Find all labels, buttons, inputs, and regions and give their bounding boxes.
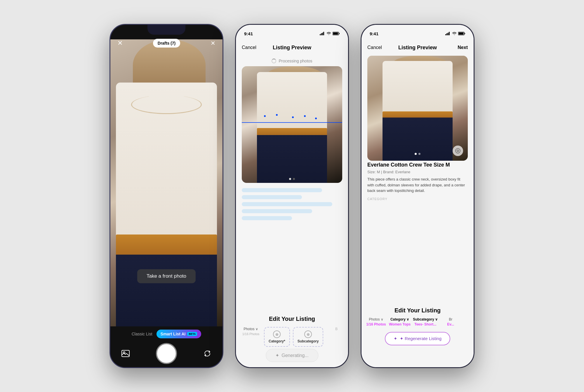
- photo-person-2: [242, 66, 342, 183]
- signal-icon-3: [445, 32, 451, 35]
- mode-toggle: Classic List Smart List AI BETA: [132, 330, 201, 338]
- flash-button[interactable]: ✕: [211, 40, 215, 47]
- subcategory-label-3: Subcategory ∨: [413, 317, 438, 321]
- photo3-dot-2: [418, 153, 420, 155]
- photo-dot-1: [289, 178, 291, 180]
- scan-line: [242, 122, 342, 123]
- sparkle-icon: ✦: [275, 353, 279, 358]
- phone2-screen: 9:41: [236, 25, 348, 367]
- category-tab[interactable]: ⊕ Category*: [264, 327, 290, 347]
- phone2-notch: [273, 25, 311, 35]
- svg-rect-10: [446, 33, 447, 35]
- load-block-4: [242, 209, 312, 213]
- phone-2: 9:41: [235, 24, 349, 368]
- phone3-status-icons: [445, 32, 465, 35]
- drafts-button[interactable]: Drafts (7): [153, 39, 180, 48]
- flip-camera-button[interactable]: [203, 350, 211, 357]
- edit-tabs-3: Photos ∨ 1/16 Photos Category ∨ Women To…: [361, 317, 474, 326]
- subcategory-icon: ⊕: [304, 330, 312, 338]
- svg-rect-8: [333, 33, 338, 35]
- phone3-screen: 9:41: [361, 25, 474, 367]
- classic-mode-label[interactable]: Classic List: [132, 332, 152, 336]
- listing-meta: Size: M | Brand: Everlane: [367, 170, 468, 174]
- photo3-dot-1: [415, 153, 417, 155]
- p2-shirt: [257, 72, 327, 130]
- cancel-button-3[interactable]: Cancel: [367, 45, 382, 50]
- svg-rect-7: [339, 33, 340, 34]
- photo3-dots: [415, 153, 420, 155]
- svg-rect-4: [322, 33, 323, 35]
- category-sub-3: Women Tops: [389, 322, 411, 326]
- camera-viewfinder: Take a front photo: [110, 39, 223, 326]
- photos-tab-sub: 1/16 Photos: [242, 332, 260, 336]
- generating-button: ✦ Generating...: [266, 349, 318, 362]
- processing-indicator: Processing photos: [236, 56, 348, 66]
- spinner-icon: [272, 59, 276, 63]
- load-block-1: [242, 188, 322, 192]
- photos-tab-label: Photos ∨: [244, 327, 258, 331]
- listing-title: Everlane Cotton Crew Tee Size M: [367, 162, 468, 168]
- battery-icon: [333, 32, 340, 35]
- next-button[interactable]: Next: [458, 45, 468, 50]
- load-block-2: [242, 195, 302, 199]
- photo-person-3: [367, 56, 468, 161]
- svg-rect-15: [459, 33, 464, 35]
- person-belt: [116, 235, 217, 258]
- shutter-button[interactable]: [156, 343, 177, 364]
- subcategory-tab-label: Subcategory: [298, 339, 319, 343]
- svg-point-16: [456, 148, 460, 153]
- photo-dots: [289, 178, 295, 180]
- listing-preview-title-3: Listing Preview: [398, 45, 437, 51]
- photos-tab[interactable]: Photos ∨ 1/16 Photos: [241, 327, 261, 347]
- photos-sub-3: 1/16 Photos: [366, 322, 386, 326]
- gallery-button[interactable]: [121, 350, 130, 357]
- edit-section-3: Edit Your Listing Photos ∨ 1/16 Photos C…: [361, 307, 474, 326]
- sparkle-icon-3: ✦: [394, 336, 397, 341]
- phone3-time: 9:41: [370, 31, 378, 36]
- svg-rect-3: [321, 33, 322, 35]
- person-pants: [116, 255, 217, 326]
- loading-skeleton: [242, 188, 342, 223]
- photo-dot-2: [293, 178, 295, 180]
- phone2-status-icons: [320, 32, 340, 35]
- take-photo-overlay: Take a front photo: [137, 269, 196, 283]
- signal-icon: [320, 32, 325, 35]
- phone2-header: Cancel Listing Preview: [236, 39, 348, 56]
- edit-section-2: Edit Your Listing Photos ∨ 1/16 Photos ⊕…: [236, 316, 348, 347]
- wifi-icon-3: [452, 32, 457, 35]
- category-label-3: Category ∨: [390, 317, 409, 321]
- photos-label-3: Photos ∨: [369, 317, 383, 321]
- cancel-button[interactable]: Cancel: [242, 45, 256, 50]
- phone1-notch: [147, 25, 185, 35]
- regenerate-button[interactable]: ✦ ✦ Regenerate Listing: [385, 332, 450, 345]
- brand-tab-3[interactable]: Br Ev...: [440, 317, 461, 326]
- smart-mode-button[interactable]: Smart List AI BETA: [157, 330, 201, 338]
- listing-preview-title: Listing Preview: [273, 45, 311, 51]
- subcategory-tab-3[interactable]: Subcategory ∨ Tees- Short...: [413, 317, 438, 326]
- camera-controls: [121, 343, 211, 364]
- category-tab-label: Category*: [269, 339, 285, 343]
- category-icon: ⊕: [273, 330, 281, 338]
- edit-photo-button[interactable]: [453, 146, 463, 156]
- svg-rect-12: [449, 32, 450, 35]
- wifi-icon: [326, 32, 331, 35]
- subcategory-sub-3: Tees- Short...: [414, 322, 436, 326]
- category-tab-3[interactable]: Category ∨ Women Tops: [389, 317, 411, 326]
- listing-info: Everlane Cotton Crew Tee Size M Size: M …: [367, 162, 468, 201]
- brand-sub-3: Ev...: [447, 322, 454, 326]
- phone-3: 9:41: [361, 24, 474, 368]
- brand-tab[interactable]: B: [326, 327, 347, 347]
- phone1-screen: Take a front photo ✕ Drafts (7) ✕ Classi…: [110, 25, 223, 367]
- listing-description: This piece offers a classic crew neck, o…: [367, 176, 468, 194]
- svg-rect-5: [323, 32, 324, 35]
- take-photo-text: Take a front photo: [147, 273, 186, 279]
- shutter-inner: [158, 345, 175, 362]
- subcategory-tab[interactable]: ⊕ Subcategory: [293, 327, 324, 347]
- brand-label-3: Br: [449, 317, 452, 321]
- photos-tab-3[interactable]: Photos ∨ 1/16 Photos: [366, 317, 387, 326]
- phone3-notch: [399, 25, 437, 35]
- scan-dot-2: [276, 114, 278, 116]
- close-button[interactable]: ✕: [117, 39, 123, 47]
- person-shirt: [116, 83, 217, 240]
- load-block-5: [242, 216, 292, 220]
